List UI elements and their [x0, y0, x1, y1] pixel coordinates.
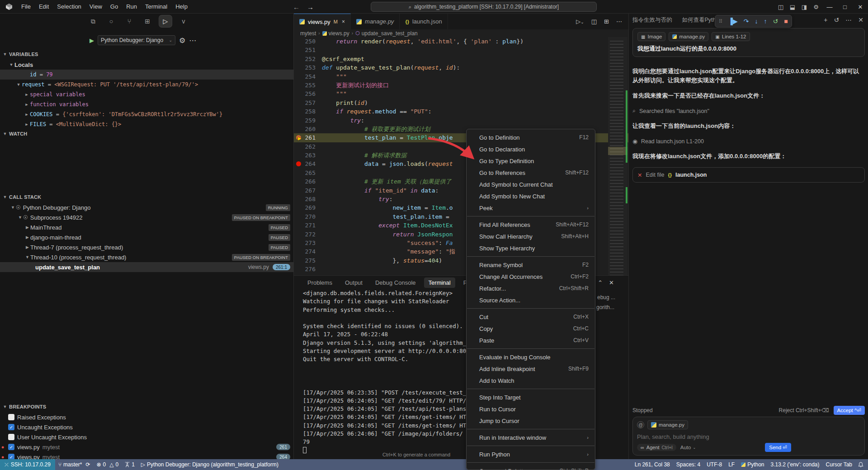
minimap[interactable]	[608, 37, 627, 275]
variables-section-header[interactable]: ▼VARIABLES	[0, 50, 294, 59]
menu-edit[interactable]: Edit	[35, 2, 53, 12]
reject-button[interactable]: Reject Ctrl+Shift+⌫	[779, 407, 829, 414]
status-item-utf-8[interactable]: UTF-8	[703, 461, 725, 468]
call-stack-row[interactable]: ▶Thread-7 (process_request_thread)PAUSED	[0, 242, 294, 252]
code-line-256[interactable]: 256 """	[294, 89, 628, 98]
breakpoint-checkbox[interactable]	[8, 414, 14, 420]
debug-more-actions-icon[interactable]: ⋯	[189, 36, 196, 45]
tool-call-row[interactable]: ⌕Searched files "launch.json"	[632, 108, 865, 114]
toggle-secondary-sidebar-icon[interactable]: ◨	[798, 4, 810, 10]
step-out-icon[interactable]: ↑	[764, 18, 767, 25]
send-button[interactable]: Send ⏎	[765, 443, 791, 452]
search-icon[interactable]: ○	[105, 15, 118, 27]
nav-back-icon[interactable]: ←	[293, 3, 300, 11]
step-into-icon[interactable]: ↓	[755, 18, 758, 25]
menu-view[interactable]: View	[85, 2, 106, 12]
restore-button[interactable]: □	[837, 0, 853, 14]
panel-tab-debug-console[interactable]: Debug Console	[371, 277, 420, 288]
breakpoints-section-header[interactable]: ▼BREAKPOINTS	[0, 402, 294, 411]
menu-item-run-python[interactable]: Run Python›	[467, 448, 595, 460]
variable-row[interactable]: ▶FILES = <MultiValueDict: {}>	[0, 119, 294, 129]
open-layout-icon[interactable]: ⊞	[604, 18, 609, 25]
tool-call-row[interactable]: ◉Read launch.json L1-200	[632, 138, 865, 145]
menu-item-paste[interactable]: PasteCtrl+V	[467, 334, 595, 346]
panel-maximize-icon[interactable]: ⌃	[598, 279, 603, 286]
remote-indicator[interactable]: ⤫ SSH: 10.17.0.29	[0, 459, 55, 470]
variable-row[interactable]: ▶COOKIES = {'csrftoken': 'DTmFGs5wCBzROR…	[0, 109, 294, 119]
breakpoint-row[interactable]: User Uncaught Exceptions	[0, 432, 294, 442]
menu-item-go-to-references[interactable]: Go to ReferencesShift+F12	[467, 167, 595, 179]
breakpoint-checkbox[interactable]: ✓	[8, 424, 14, 430]
mention-icon[interactable]: @	[637, 421, 644, 428]
source-control-icon[interactable]: ⑂	[123, 15, 136, 27]
debug-config-dropdown[interactable]: Python Debugger: Django ⌄	[98, 35, 175, 45]
status-item-python[interactable]: Python	[738, 461, 767, 468]
menu-item-refactor[interactable]: Refactor...Ctrl+Shift+R	[467, 282, 595, 294]
debug-settings-gear-icon[interactable]: ⚙	[179, 36, 185, 45]
tab-close-icon[interactable]: ×	[342, 19, 345, 25]
toggle-panel-icon[interactable]: ⬓	[787, 4, 798, 10]
menu-item-go-to-definition[interactable]: Go to DefinitionF12	[467, 132, 595, 143]
status-item-spaces[interactable]: Spaces: 4	[673, 461, 703, 468]
menu-item-change-all-occurrences[interactable]: Change All OccurrencesCtrl+F2	[467, 271, 595, 282]
menu-item-go-to-type-definition[interactable]: Go to Type Definition	[467, 155, 595, 167]
menu-item-show-call-hierarchy[interactable]: Show Call HierarchyShift+Alt+H	[467, 230, 595, 242]
restart-icon[interactable]: ↺	[773, 18, 778, 25]
code-line-254[interactable]: 254 """	[294, 72, 628, 81]
menu-run[interactable]: Run	[122, 2, 141, 12]
breakpoint-checkbox[interactable]: ✓	[8, 444, 14, 450]
breakpoint-row[interactable]: ✓Uncaught Exceptions	[0, 422, 294, 432]
input-context-pill[interactable]: manage.py	[647, 420, 688, 429]
call-stack-row[interactable]: ▶MainThreadPAUSED	[0, 222, 294, 232]
panel-tab-terminal[interactable]: Terminal	[424, 277, 455, 288]
debug-session-item[interactable]: ▷ Python Debugger: Django (algorithm_tes…	[138, 461, 282, 468]
status-item-cursor[interactable]: Cursor Tab	[823, 461, 855, 468]
call-stack-row[interactable]: ▼☉Subprocess 194922PAUSED ON BREAKPOINT	[0, 212, 294, 222]
chat-input-box[interactable]: @ manage.py Plan, search, build anything…	[632, 417, 865, 456]
menu-item-show-type-hierarchy[interactable]: Show Type Hierarchy	[467, 242, 595, 254]
breadcrumb-item[interactable]: ⬡update_save_test_plan	[355, 30, 418, 37]
edit-file-card[interactable]: ✕Edit file{}launch.json	[632, 167, 865, 183]
continue-icon[interactable]: ▐▶	[728, 18, 738, 25]
menu-item-go-to-declaration[interactable]: Go to Declaration	[467, 143, 595, 155]
tab-views.py[interactable]: views.pyM×	[294, 14, 351, 29]
menu-item-rename-symbol[interactable]: Rename SymbolF2	[467, 259, 595, 271]
menu-item-add-inline-breakpoint[interactable]: Add Inline BreakpointShift+F9	[467, 363, 595, 375]
code-line-252[interactable]: 252@csrf_exempt	[294, 55, 628, 63]
drag-handle-icon[interactable]: ⠿	[719, 19, 722, 24]
status-item-ln[interactable]: Ln 261, Col 38	[632, 461, 673, 468]
run-python-file-button[interactable]: ▷⌄	[576, 18, 584, 25]
toggle-sidebar-icon[interactable]: ◫	[775, 4, 787, 10]
ports-item[interactable]: 1	[122, 461, 138, 468]
variable-row[interactable]: ▶special variables	[0, 89, 294, 99]
debug-start-icon[interactable]: ▶	[90, 37, 94, 44]
model-selector[interactable]: Auto⌄	[680, 445, 696, 450]
new-chat-icon[interactable]: +	[824, 16, 827, 24]
chat-history-icon[interactable]: ↺	[834, 16, 840, 24]
minimize-button[interactable]: —	[822, 0, 837, 14]
context-pill[interactable]: ▣Lines 1-12	[712, 32, 750, 41]
bell-icon[interactable]	[858, 462, 863, 468]
problems-item[interactable]: ⊗0 △0	[93, 461, 122, 468]
chat-more-icon[interactable]: ⋯	[845, 16, 852, 24]
accept-button[interactable]: Accept ^⏎	[834, 406, 865, 415]
code-line-258[interactable]: 258 if request.method == "PUT":	[294, 107, 628, 116]
breadcrumb-item[interactable]: mytest	[300, 30, 316, 37]
status-item-lf[interactable]: LF	[725, 461, 738, 468]
extensions-icon[interactable]: ⊞	[141, 15, 154, 27]
chat-tab[interactable]: 指令生效与否的	[632, 16, 672, 24]
variable-row[interactable]: ▼request = <WSGIRequest: PUT '/test/api/…	[0, 80, 294, 89]
close-button[interactable]: ✕	[853, 0, 868, 14]
watch-section-header[interactable]: ▼WATCH	[0, 129, 294, 138]
chat-close-icon[interactable]: ✕	[858, 16, 863, 24]
editor-more-actions-icon[interactable]: ⋯	[616, 18, 622, 25]
nav-forward-icon[interactable]: →	[307, 3, 314, 11]
menu-terminal[interactable]: Terminal	[141, 2, 171, 12]
tab-launch.json[interactable]: {}launch.json	[400, 14, 448, 29]
code-line-251[interactable]: 251	[294, 46, 628, 54]
code-line-253[interactable]: 253def update_save_test_plan(request, id…	[294, 63, 628, 72]
menu-item-step-into-target[interactable]: Step Into Target	[467, 391, 595, 403]
menu-item-source-action[interactable]: Source Action...	[467, 294, 595, 306]
breadcrumb[interactable]: mytest›views.py›⬡update_save_test_plan	[294, 29, 628, 37]
code-line-250[interactable]: 250 return render(request, 'edit.html', …	[294, 37, 628, 46]
